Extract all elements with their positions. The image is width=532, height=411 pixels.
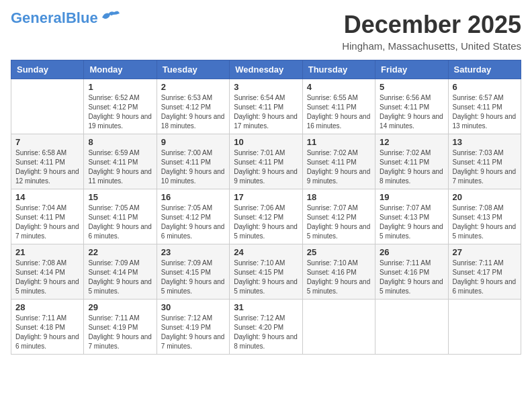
day-number: 3 [234,82,298,92]
logo-text: GeneralBlue [11,11,98,26]
day-number: 22 [88,247,152,257]
calendar-cell: 28Sunrise: 7:11 AMSunset: 4:18 PMDayligh… [11,300,84,355]
calendar-cell: 27Sunrise: 7:11 AMSunset: 4:17 PMDayligh… [448,244,521,300]
day-number: 6 [453,82,517,92]
day-info: Sunrise: 7:09 AMSunset: 4:14 PMDaylight:… [88,259,152,296]
calendar-week-2: 7Sunrise: 6:58 AMSunset: 4:11 PMDaylight… [11,134,521,189]
day-info: Sunrise: 6:52 AMSunset: 4:12 PMDaylight:… [88,93,152,131]
day-info: Sunrise: 7:04 AMSunset: 4:11 PMDaylight:… [15,203,79,241]
calendar-cell: 4Sunrise: 6:55 AMSunset: 4:11 PMDaylight… [302,79,375,134]
day-number: 24 [234,247,298,257]
day-info: Sunrise: 7:11 AMSunset: 4:16 PMDaylight:… [380,259,443,296]
month-title: December 2025 [342,11,521,39]
calendar-cell: 6Sunrise: 6:57 AMSunset: 4:11 PMDaylight… [448,79,521,134]
calendar-week-5: 28Sunrise: 7:11 AMSunset: 4:18 PMDayligh… [11,300,521,355]
day-number: 5 [380,82,443,92]
calendar-cell: 8Sunrise: 6:59 AMSunset: 4:11 PMDaylight… [84,134,157,189]
calendar: SundayMondayTuesdayWednesdayThursdayFrid… [11,60,521,355]
calendar-cell: 2Sunrise: 6:53 AMSunset: 4:12 PMDaylight… [157,79,229,134]
calendar-cell: 29Sunrise: 7:11 AMSunset: 4:19 PMDayligh… [84,300,157,355]
calendar-cell: 1Sunrise: 6:52 AMSunset: 4:12 PMDaylight… [84,79,157,134]
calendar-cell: 16Sunrise: 7:05 AMSunset: 4:12 PMDayligh… [157,189,229,244]
day-number: 18 [307,192,371,202]
day-info: Sunrise: 7:11 AMSunset: 4:17 PMDaylight:… [453,259,517,296]
day-header-saturday: Saturday [448,60,521,79]
day-header-tuesday: Tuesday [157,60,229,79]
logo: GeneralBlue [11,11,121,26]
calendar-cell: 13Sunrise: 7:03 AMSunset: 4:11 PMDayligh… [448,134,521,189]
day-info: Sunrise: 7:11 AMSunset: 4:18 PMDaylight:… [15,314,79,351]
calendar-header-row: SundayMondayTuesdayWednesdayThursdayFrid… [11,60,521,79]
day-info: Sunrise: 6:55 AMSunset: 4:11 PMDaylight:… [307,93,371,131]
location: Hingham, Massachusetts, United States [342,40,521,52]
day-number: 21 [15,247,79,257]
calendar-cell: 17Sunrise: 7:06 AMSunset: 4:12 PMDayligh… [230,189,302,244]
day-info: Sunrise: 7:07 AMSunset: 4:12 PMDaylight:… [307,203,371,241]
day-header-thursday: Thursday [302,60,375,79]
day-info: Sunrise: 7:08 AMSunset: 4:14 PMDaylight:… [15,259,79,296]
day-number: 25 [307,247,371,257]
title-block: December 2025 Hingham, Massachusetts, Un… [342,11,521,52]
day-number: 20 [453,192,517,202]
day-number: 17 [234,192,298,202]
day-number: 27 [453,247,517,257]
day-number: 15 [88,192,152,202]
day-number: 10 [234,137,298,147]
calendar-cell: 7Sunrise: 6:58 AMSunset: 4:11 PMDaylight… [11,134,84,189]
day-number: 19 [380,192,443,202]
day-number: 12 [380,137,443,147]
calendar-cell: 24Sunrise: 7:10 AMSunset: 4:15 PMDayligh… [230,244,302,300]
calendar-cell [302,300,375,355]
calendar-week-4: 21Sunrise: 7:08 AMSunset: 4:14 PMDayligh… [11,244,521,300]
day-info: Sunrise: 7:12 AMSunset: 4:20 PMDaylight:… [234,314,298,351]
day-info: Sunrise: 7:02 AMSunset: 4:11 PMDaylight:… [307,148,371,186]
calendar-cell [11,79,84,134]
day-info: Sunrise: 6:56 AMSunset: 4:11 PMDaylight:… [380,93,443,131]
calendar-cell: 3Sunrise: 6:54 AMSunset: 4:11 PMDaylight… [230,79,302,134]
day-info: Sunrise: 6:58 AMSunset: 4:11 PMDaylight:… [15,148,79,186]
day-info: Sunrise: 7:00 AMSunset: 4:11 PMDaylight:… [161,148,225,186]
day-number: 9 [161,137,225,147]
day-info: Sunrise: 6:53 AMSunset: 4:12 PMDaylight:… [161,93,225,131]
day-info: Sunrise: 7:10 AMSunset: 4:15 PMDaylight:… [234,259,298,296]
day-number: 8 [88,137,152,147]
calendar-cell: 9Sunrise: 7:00 AMSunset: 4:11 PMDaylight… [157,134,229,189]
calendar-cell: 30Sunrise: 7:12 AMSunset: 4:19 PMDayligh… [157,300,229,355]
calendar-cell [448,300,521,355]
calendar-cell: 10Sunrise: 7:01 AMSunset: 4:11 PMDayligh… [230,134,302,189]
calendar-cell: 11Sunrise: 7:02 AMSunset: 4:11 PMDayligh… [302,134,375,189]
day-info: Sunrise: 7:12 AMSunset: 4:19 PMDaylight:… [161,314,225,351]
calendar-cell: 20Sunrise: 7:08 AMSunset: 4:13 PMDayligh… [448,189,521,244]
day-info: Sunrise: 7:05 AMSunset: 4:12 PMDaylight:… [161,203,225,241]
calendar-week-1: 1Sunrise: 6:52 AMSunset: 4:12 PMDaylight… [11,79,521,134]
calendar-cell: 19Sunrise: 7:07 AMSunset: 4:13 PMDayligh… [375,189,448,244]
calendar-cell: 21Sunrise: 7:08 AMSunset: 4:14 PMDayligh… [11,244,84,300]
day-header-monday: Monday [84,60,157,79]
day-number: 16 [161,192,225,202]
day-info: Sunrise: 6:59 AMSunset: 4:11 PMDaylight:… [88,148,152,186]
page-header: GeneralBlue December 2025 Hingham, Massa… [11,11,521,52]
calendar-cell [375,300,448,355]
calendar-cell: 23Sunrise: 7:09 AMSunset: 4:15 PMDayligh… [157,244,229,300]
logo-general: General [11,9,66,26]
day-number: 4 [307,82,371,92]
day-header-wednesday: Wednesday [230,60,302,79]
day-number: 30 [161,302,225,312]
calendar-cell: 25Sunrise: 7:10 AMSunset: 4:16 PMDayligh… [302,244,375,300]
calendar-cell: 12Sunrise: 7:02 AMSunset: 4:11 PMDayligh… [375,134,448,189]
day-number: 29 [88,302,152,312]
calendar-cell: 14Sunrise: 7:04 AMSunset: 4:11 PMDayligh… [11,189,84,244]
day-info: Sunrise: 7:03 AMSunset: 4:11 PMDaylight:… [453,148,517,186]
day-info: Sunrise: 7:11 AMSunset: 4:19 PMDaylight:… [88,314,152,351]
day-info: Sunrise: 7:07 AMSunset: 4:13 PMDaylight:… [380,203,443,241]
day-info: Sunrise: 6:54 AMSunset: 4:11 PMDaylight:… [234,93,298,131]
day-number: 26 [380,247,443,257]
day-number: 11 [307,137,371,147]
calendar-cell: 31Sunrise: 7:12 AMSunset: 4:20 PMDayligh… [230,300,302,355]
day-number: 1 [88,82,152,92]
calendar-cell: 18Sunrise: 7:07 AMSunset: 4:12 PMDayligh… [302,189,375,244]
calendar-cell: 5Sunrise: 6:56 AMSunset: 4:11 PMDaylight… [375,79,448,134]
day-info: Sunrise: 7:08 AMSunset: 4:13 PMDaylight:… [453,203,517,241]
day-number: 31 [234,302,298,312]
calendar-week-3: 14Sunrise: 7:04 AMSunset: 4:11 PMDayligh… [11,189,521,244]
